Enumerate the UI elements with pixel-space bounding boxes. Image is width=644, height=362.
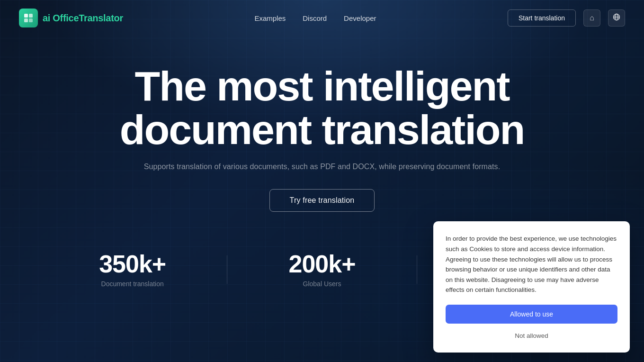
svg-rect-0: [24, 14, 28, 18]
nav-developer[interactable]: Developer: [344, 14, 376, 22]
language-button[interactable]: [608, 9, 625, 27]
stat-users-number: 200k+: [246, 252, 397, 276]
stat-documents-number: 350k+: [57, 252, 208, 276]
svg-rect-2: [24, 18, 28, 22]
logo-icon: [19, 9, 38, 27]
globe-icon: [613, 13, 620, 23]
nav-examples[interactable]: Examples: [254, 14, 286, 22]
nav-right: Start translation ⌂: [508, 9, 625, 27]
svg-rect-3: [29, 18, 33, 22]
nav-discord[interactable]: Discord: [303, 14, 327, 22]
hero-line1: The most intelligent: [134, 63, 509, 109]
svg-rect-1: [29, 14, 33, 18]
hero-section: The most intelligent document translatio…: [0, 36, 644, 212]
stat-users: 200k+ Global Users: [227, 242, 416, 297]
hero-line2: document translation: [62, 108, 582, 152]
navbar: ai OfficeTranslator Examples Discord Dev…: [0, 0, 644, 36]
start-translation-button[interactable]: Start translation: [508, 9, 576, 27]
hero-subtitle: Supports translation of various document…: [0, 163, 644, 171]
home-button[interactable]: ⌂: [583, 9, 600, 27]
stat-users-label: Global Users: [246, 280, 397, 288]
stat-documents-label: Document translation: [57, 280, 208, 288]
allowed-to-use-button[interactable]: Allowed to use: [446, 305, 617, 324]
cookie-consent-modal: In order to provide the best experience,…: [433, 221, 630, 353]
logo: ai OfficeTranslator: [19, 9, 123, 27]
stat-documents: 350k+ Document translation: [38, 242, 227, 297]
logo-text: ai OfficeTranslator: [43, 13, 123, 24]
nav-links: Examples Discord Developer: [254, 14, 376, 22]
try-free-button[interactable]: Try free translation: [269, 189, 375, 212]
home-icon: ⌂: [590, 14, 594, 22]
cookie-body-text: In order to provide the best experience,…: [446, 234, 617, 295]
hero-title: The most intelligent document translatio…: [62, 64, 582, 152]
not-allowed-button[interactable]: Not allowed: [446, 328, 617, 343]
